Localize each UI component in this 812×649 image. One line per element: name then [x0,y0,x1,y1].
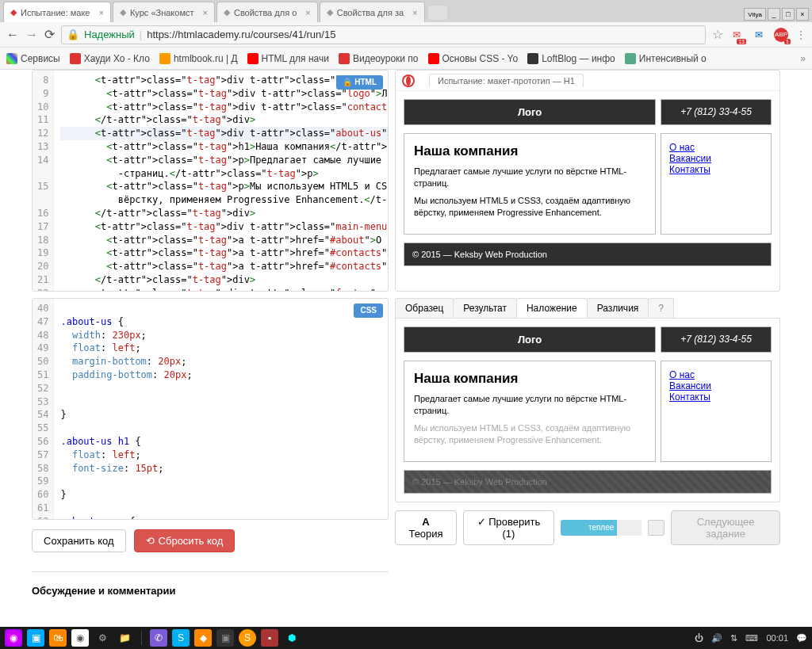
task-chrome[interactable]: ◉ [71,629,89,647]
back-icon[interactable]: ← [6,28,19,42]
bookmarks-overflow-icon[interactable]: » [800,53,806,64]
task-app[interactable]: 🛍 [49,629,67,647]
overlay-phone: +7 (812) 33-4-55 [661,326,772,353]
result-tab-sample[interactable]: Образец [395,298,454,318]
gmail-icon[interactable]: ✉13 [730,28,744,42]
bookmark-item[interactable]: HTML для начи [247,53,329,64]
bookmark-item[interactable]: Интенсивный о [625,53,707,64]
opera-icon [402,74,415,87]
tray-notif-icon[interactable]: 💬 [796,633,807,643]
overlay-logo: Лого [404,326,656,353]
preview-h1: Наша компания [414,143,645,159]
browser-tab-2[interactable]: ◆Свойства для о× [216,2,318,22]
tray-clock[interactable]: 00:01 [766,633,788,643]
tray-power-icon[interactable]: ⏻ [695,633,703,643]
preview-p1: Предлагает самые лучшие услуги по вёрстк… [414,166,645,190]
tray-network-icon[interactable]: ⇅ [730,633,737,643]
task-app[interactable]: ▣ [216,629,234,647]
result-tab-result[interactable]: Результат [453,298,517,318]
discussion-heading: Обсуждение и комментарии [32,571,389,597]
preview-frame-top: Испытание: макет-прототип — Н1 Лого +7 (… [395,70,780,292]
overlay-menu-link[interactable]: Вакансии [669,380,763,391]
browser-tab-strip: ◆Испытание: маке× ◆Курс «Знакомст× ◆Свой… [0,0,812,22]
browser-tab-0[interactable]: ◆Испытание: маке× [3,2,111,22]
result-tab-diff[interactable]: Различия [587,298,649,318]
result-tab-overlay[interactable]: Наложение [516,298,588,318]
result-tab-help[interactable]: ? [648,298,674,318]
check-button[interactable]: ✓ Проверить (1) [463,510,554,545]
save-button[interactable]: Сохранить код [32,529,126,552]
next-button: Следующее задание [671,510,780,545]
bookmark-item[interactable]: Хауди Хо - Кло [70,53,150,64]
tray-lang-icon[interactable]: ⌨ [745,633,758,643]
task-app[interactable]: ⬢ [283,629,301,647]
result-tabs: Образец Результат Наложение Различия ? [395,298,780,319]
menu-icon[interactable]: ⋮ [796,29,806,40]
tray-volume-icon[interactable]: 🔊 [711,633,722,643]
task-settings[interactable]: ⚙ [94,629,111,647]
maximize-icon[interactable]: □ [782,8,795,21]
html-editor[interactable]: 🔒 HTML 891011121314151617181920212223242… [32,70,389,292]
secure-label: Надежный [84,29,135,40]
overlay-menu-link[interactable]: Контакты [669,391,763,403]
overlay-menu-link[interactable]: О нас [669,369,763,380]
overlay-p2: Мы используем HTML5 и CSS3, создаём адап… [414,422,645,447]
bookmark-item[interactable]: htmlbook.ru | Д [159,53,238,64]
css-gutter: 4047484950515253545556575859606162636465… [33,299,54,520]
close-window-icon[interactable]: × [796,8,809,21]
url-text: https://htmlacademy.ru/courses/41/run/15 [147,29,335,40]
bookmarks-bar: Сервисы Хауди Хо - Кло htmlbook.ru | Д H… [0,48,812,70]
taskbar: ◉ ▣ 🛍 ◉ ⚙ 📁 ✆ S ◆ ▣ S ▪ ⬢ ⏻ 🔊 ⇅ ⌨ 00:01 … [0,627,812,649]
mail-icon[interactable]: ✉ [752,28,766,42]
css-badge: CSS [354,304,383,318]
progress-toggle[interactable] [648,520,665,536]
minimize-icon[interactable]: _ [768,8,780,21]
close-icon[interactable]: × [305,8,310,17]
bookmark-apps[interactable]: Сервисы [6,53,60,64]
preview-about: Наша компания Предлагает самые лучшие ус… [404,133,656,235]
close-icon[interactable]: × [203,8,208,17]
task-files[interactable]: 📁 [116,629,133,647]
css-editor[interactable]: CSS 404748495051525354555657585960616263… [32,298,389,520]
task-skype[interactable]: S [172,629,190,647]
preview-menu-link[interactable]: Вакансии [669,153,763,164]
overlay-menu: О нас Вакансии Контакты [661,361,772,462]
task-app[interactable]: S [239,629,256,647]
bookmark-item[interactable]: Основы CSS - Yo [428,53,519,64]
overlay-footer: © 2015 — Keksby Web Production [404,470,772,494]
browser-toolbar: ← → ⟳ 🔒 Надежный | https://htmlacademy.r… [0,22,812,48]
start-icon[interactable]: ◉ [5,629,22,647]
task-app[interactable]: ▣ [27,629,44,647]
progress-bar: теплее [561,520,642,536]
abp-icon[interactable]: ABP1 [774,28,788,42]
bookmark-item[interactable]: Видеоуроки по [339,53,419,64]
close-icon[interactable]: × [412,8,417,17]
forward-icon: → [25,28,38,42]
task-app[interactable]: ◆ [194,629,212,647]
preview-menu-link[interactable]: Контакты [669,164,763,175]
preview-p2: Мы используем HTML5 и CSS3, создаём адап… [414,195,645,220]
user-badge[interactable]: Vitya [744,8,766,21]
lock-icon: 🔒 [67,29,79,40]
preview-footer: © 2015 — Keksby Web Production [404,242,772,266]
task-viber[interactable]: ✆ [150,629,167,647]
svg-point-1 [406,76,411,86]
task-terminal[interactable]: ▪ [261,629,278,647]
browser-tab-1[interactable]: ◆Курс «Знакомст× [113,2,215,22]
refresh-icon: ⟲ [146,535,155,547]
new-tab-button[interactable] [428,6,447,20]
star-icon[interactable]: ☆ [712,27,723,42]
overlay-h1: Наша компания [414,371,645,387]
close-icon[interactable]: × [98,8,103,17]
html-badge: 🔒 HTML [336,75,383,90]
bookmark-item[interactable]: LoftBlog — инфо [527,53,615,64]
browser-tab-3[interactable]: ◆Свойства для за× [320,2,425,22]
preview-menu: О нас Вакансии Контакты [661,133,772,235]
overlay-p1: Предлагает самые лучшие услуги по вёрстк… [414,393,645,418]
theory-button[interactable]: A Теория [395,510,457,545]
address-bar[interactable]: 🔒 Надежный | https://htmlacademy.ru/cour… [61,25,706,44]
preview-menu-link[interactable]: О нас [669,142,763,153]
preview-tab: Испытание: макет-прототип — Н1 [429,74,584,87]
reset-button[interactable]: ⟲Сбросить код [134,529,236,552]
reload-icon[interactable]: ⟳ [44,27,55,42]
